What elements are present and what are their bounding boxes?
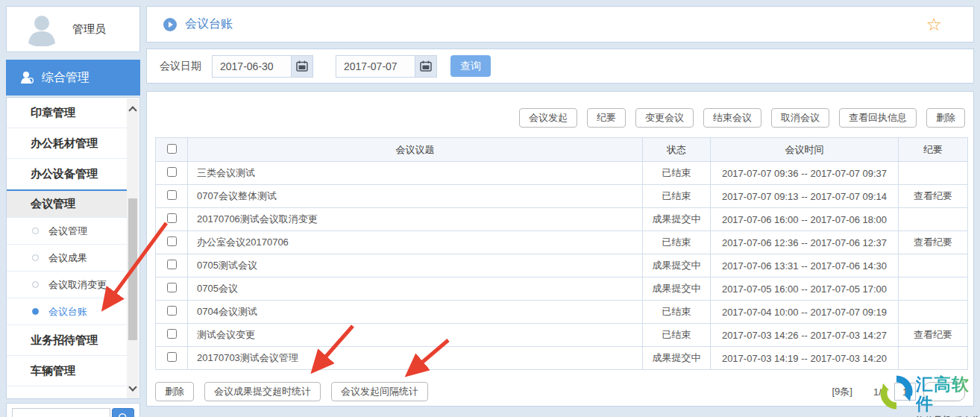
row-checkbox[interactable] [167, 260, 177, 269]
date-from-input[interactable] [212, 55, 291, 78]
meeting-topic-cell: 三类会议测试 [188, 162, 643, 185]
sidebar-item-label: 会议管理 [48, 225, 87, 238]
meetings-table: 会议议题 状态 会议时间 纪要 三类会议测试已结束2017-07-07 09:3… [155, 137, 968, 370]
table-row[interactable]: 20170706测试会议取消变更成果提交中2017-07-06 16:00 --… [156, 208, 968, 231]
status-cell: 成果提交中 [643, 254, 711, 278]
row-checkbox[interactable] [167, 236, 177, 246]
select-all-checkbox[interactable] [167, 144, 177, 154]
meeting-topic-cell: 0704会议测试 [188, 301, 643, 324]
row-checkbox[interactable] [167, 213, 177, 223]
status-cell: 成果提交中 [643, 208, 711, 231]
toolbar-button-2[interactable]: 变更会议 [635, 108, 694, 128]
avatar [25, 12, 59, 46]
sidebar-item-6[interactable]: 会议取消变更 [7, 272, 128, 298]
view-minutes-link[interactable]: 查看纪要 [914, 190, 952, 201]
date-range-label: 会议日期 [160, 60, 201, 73]
column-time: 会议时间 [711, 138, 899, 162]
row-checkbox[interactable] [167, 167, 177, 177]
sidebar-item-8[interactable]: 业务招待管理 [7, 325, 128, 356]
sidebar-item-label: 车辆管理 [31, 364, 75, 378]
column-status: 状态 [643, 138, 711, 162]
status-cell: 已结束 [643, 185, 711, 208]
status-cell: 已结束 [643, 301, 711, 324]
table-row[interactable]: 0705会议成果提交中2017-07-05 16:00 -- 2017-07-0… [156, 278, 968, 301]
table-row[interactable]: 测试会议变更已结束2017-07-03 14:26 -- 2017-07-03 … [156, 324, 968, 347]
meeting-topic-cell: 办公室会议20170706 [188, 231, 643, 254]
table-row[interactable]: 0705测试会议成果提交中2017-07-06 13:31 -- 2017-07… [156, 254, 968, 278]
sidebar-item-5[interactable]: 会议成果 [7, 245, 128, 272]
minutes-cell: 查看纪要 [899, 185, 968, 208]
minutes-cell [899, 162, 968, 185]
search-button[interactable] [112, 408, 134, 417]
sidebar-item-1[interactable]: 办公耗材管理 [7, 128, 128, 159]
minutes-cell: 查看纪要 [899, 231, 968, 254]
calendar-icon [420, 60, 432, 72]
toolbar-button-6[interactable]: 删除 [926, 108, 965, 128]
row-checkbox[interactable] [167, 190, 177, 200]
toolbar-button-5[interactable]: 查看回执信息 [839, 108, 917, 128]
radio-icon [32, 228, 39, 234]
radio-icon [32, 281, 39, 288]
section-arrow-icon [163, 18, 177, 31]
meeting-topic-cell: 0707会议整体测试 [188, 185, 643, 208]
view-minutes-link[interactable]: 查看纪要 [914, 329, 952, 340]
row-checkbox[interactable] [167, 352, 177, 362]
sidebar-item-3[interactable]: 会议管理 [7, 189, 128, 218]
filter-bar: 会议日期 查询 [146, 48, 974, 84]
radio-icon [32, 254, 39, 261]
view-minutes-link[interactable]: 查看纪要 [914, 236, 952, 248]
logo-swirl-icon [879, 374, 914, 410]
table-row[interactable]: 三类会议测试已结束2017-07-07 09:36 -- 2017-07-07 … [156, 162, 968, 185]
row-checkbox[interactable] [167, 329, 177, 339]
query-button[interactable]: 查询 [450, 55, 491, 77]
menu-search-input[interactable] [12, 408, 110, 417]
status-cell: 成果提交中 [643, 278, 711, 301]
favorite-star-icon[interactable]: ☆ [926, 14, 942, 35]
sidebar-scrollbar[interactable] [127, 98, 139, 399]
sidebar-item-label: 办公耗材管理 [31, 137, 98, 151]
date-to-input[interactable] [336, 55, 415, 78]
footer-button-2[interactable]: 会议发起间隔统计 [331, 382, 428, 401]
minutes-cell [899, 278, 968, 301]
table-row[interactable]: 0704会议测试已结束2017-07-04 10:00 -- 2017-07-0… [156, 301, 968, 324]
page-title: 会议台账 [185, 16, 233, 32]
user-name: 管理员 [72, 22, 106, 37]
sidebar-item-0[interactable]: 印章管理 [7, 98, 128, 128]
sidebar-item-7[interactable]: 会议台账 [7, 298, 128, 325]
footer-button-0[interactable]: 删除 [155, 382, 194, 401]
table-row[interactable]: 20170703测试会议管理成果提交中2017-07-03 14:19 -- 2… [156, 347, 968, 370]
calendar-icon [296, 60, 308, 72]
table-row[interactable]: 办公室会议20170706已结束2017-07-06 12:36 -- 2017… [156, 231, 968, 254]
scrollbar-thumb[interactable] [128, 198, 137, 340]
sidebar-item-9[interactable]: 车辆管理 [7, 356, 128, 386]
sidebar-item-label: 会议管理 [31, 197, 75, 211]
meeting-time-cell: 2017-07-06 13:31 -- 2017-07-06 14:30 [711, 254, 899, 278]
row-checkbox[interactable] [167, 283, 177, 292]
footer-button-1[interactable]: 会议成果提交超时统计 [204, 382, 321, 401]
sidebar-section-header[interactable]: 综合管理 [6, 60, 140, 95]
date-from-group [212, 55, 313, 78]
meeting-time-cell: 2017-07-06 16:00 -- 2017-07-06 18:00 [711, 208, 899, 231]
meeting-time-cell: 2017-07-06 12:36 -- 2017-07-06 12:37 [711, 231, 899, 254]
user-panel: 管理员 [6, 6, 140, 52]
sidebar-item-2[interactable]: 办公设备管理 [7, 159, 128, 189]
toolbar-button-4[interactable]: 取消会议 [771, 108, 829, 128]
table-row[interactable]: 0707会议整体测试已结束2017-07-07 09:13 -- 2017-07… [156, 185, 968, 208]
toolbar-button-3[interactable]: 结束会议 [703, 108, 761, 128]
table-toolbar: 会议发起纪要变更会议结束会议取消会议查看回执信息删除 [519, 108, 965, 128]
sidebar-section-title: 综合管理 [42, 70, 89, 86]
meeting-topic-cell: 20170706测试会议取消变更 [188, 208, 643, 231]
scroll-up-icon[interactable] [128, 106, 136, 114]
minutes-cell [899, 208, 968, 231]
toolbar-button-1[interactable]: 纪要 [587, 108, 626, 128]
meeting-time-cell: 2017-07-07 09:13 -- 2017-07-07 09:14 [711, 185, 899, 208]
meeting-topic-cell: 0705会议 [188, 278, 643, 301]
date-to-calendar-button[interactable] [415, 55, 437, 78]
radio-selected-icon [32, 308, 39, 315]
sidebar-item-4[interactable]: 会议管理 [7, 218, 128, 245]
date-from-calendar-button[interactable] [291, 55, 313, 78]
row-checkbox[interactable] [167, 306, 177, 316]
minutes-cell: 查看纪要 [899, 324, 968, 347]
scroll-down-icon[interactable] [128, 383, 136, 391]
toolbar-button-0[interactable]: 会议发起 [519, 108, 577, 128]
